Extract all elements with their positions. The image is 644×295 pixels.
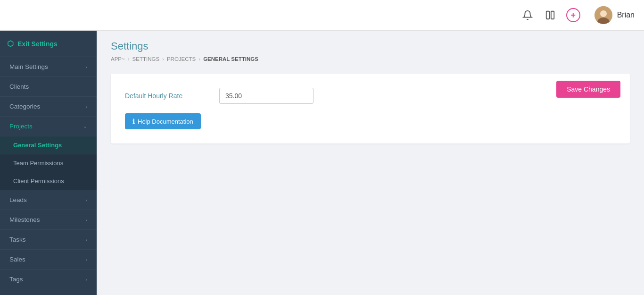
- chevron-right-icon: ›: [85, 64, 87, 70]
- sidebar-item-main-settings[interactable]: Main Settings ›: [0, 57, 97, 77]
- sidebar-item-projects[interactable]: Projects ⌄: [0, 117, 97, 136]
- sidebar-item-milestones[interactable]: Milestones ›: [0, 210, 97, 230]
- chevron-right-icon: ›: [85, 277, 87, 282]
- chevron-right-icon: ›: [85, 197, 87, 203]
- svg-rect-0: [546, 11, 549, 19]
- hourly-rate-row: Default Hourly Rate: [125, 88, 616, 104]
- chevron-down-icon: ⌄: [83, 123, 87, 129]
- sidebar-item-tags[interactable]: Tags ›: [0, 270, 97, 289]
- chevron-right-icon: ›: [85, 104, 87, 110]
- save-changes-button[interactable]: Save Changes: [556, 81, 620, 98]
- breadcrumb-sep-3: ›: [198, 56, 200, 62]
- breadcrumb: APP~ › SETTINGS › PROJECTS › GENERAL SET…: [111, 56, 630, 62]
- hourly-rate-label: Default Hourly Rate: [125, 92, 219, 100]
- exit-settings-label: Exit Settings: [17, 40, 58, 48]
- user-section[interactable]: Brian: [594, 6, 635, 24]
- content-card: Save Changes Default Hourly Rate ℹ Help …: [111, 74, 630, 143]
- sidebar-item-tags-label: Tags: [9, 276, 23, 283]
- sidebar-item-client-permissions-label: Client Permissions: [13, 177, 64, 185]
- sidebar-item-categories-label: Categories: [9, 103, 40, 110]
- breadcrumb-sep-2: ›: [162, 56, 164, 62]
- page-header: Settings APP~ › SETTINGS › PROJECTS › GE…: [97, 31, 644, 67]
- sidebar-item-tasks-label: Tasks: [9, 236, 26, 243]
- svg-rect-1: [551, 11, 553, 19]
- sidebar-item-payment-methods[interactable]: Payment Methods ›: [0, 289, 97, 295]
- sidebar-item-clients-label: Clients: [9, 83, 29, 90]
- sidebar-item-team-permissions[interactable]: Team Permissions: [0, 154, 97, 172]
- help-button-label: Help Documentation: [138, 118, 193, 125]
- sidebar-item-team-permissions-label: Team Permissions: [13, 160, 63, 167]
- info-icon: ℹ: [132, 118, 135, 125]
- chevron-right-icon: ›: [85, 217, 87, 223]
- chevron-right-icon: ›: [85, 237, 87, 243]
- chevron-right-icon: ›: [85, 257, 87, 262]
- sidebar-item-client-permissions[interactable]: Client Permissions: [0, 172, 97, 190]
- header: + Brian: [0, 0, 644, 31]
- sidebar-item-categories[interactable]: Categories ›: [0, 97, 97, 117]
- exit-icon: ⬡: [7, 39, 14, 48]
- breadcrumb-app: APP~: [111, 56, 125, 62]
- sidebar-item-sales-label: Sales: [9, 256, 25, 263]
- layout: ⬡ Exit Settings Main Settings › Clients …: [0, 31, 644, 295]
- projects-sub-items: General Settings Team Permissions Client…: [0, 136, 97, 190]
- breadcrumb-current: GENERAL SETTINGS: [203, 56, 258, 62]
- hourly-rate-input[interactable]: [219, 88, 314, 104]
- sidebar-item-general-settings-label: General Settings: [13, 142, 62, 149]
- sidebar-item-sales[interactable]: Sales ›: [0, 250, 97, 270]
- exit-settings-button[interactable]: ⬡ Exit Settings: [0, 31, 97, 57]
- sidebar-item-general-settings[interactable]: General Settings: [0, 136, 97, 154]
- page-title: Settings: [111, 40, 630, 52]
- header-icons: + Brian: [521, 6, 635, 24]
- sidebar-item-milestones-label: Milestones: [9, 216, 40, 223]
- sidebar-item-main-settings-label: Main Settings: [9, 63, 48, 70]
- sidebar-item-leads[interactable]: Leads ›: [0, 190, 97, 210]
- avatar: [594, 6, 612, 24]
- breadcrumb-sep-1: ›: [128, 56, 130, 62]
- sidebar-toggle-icon[interactable]: [544, 8, 557, 22]
- sidebar-item-projects-label: Projects: [9, 123, 33, 130]
- breadcrumb-settings: SETTINGS: [132, 56, 160, 62]
- svg-point-3: [600, 10, 607, 17]
- sidebar-item-clients[interactable]: Clients: [0, 77, 97, 97]
- main-content: Settings APP~ › SETTINGS › PROJECTS › GE…: [97, 31, 644, 295]
- notification-icon[interactable]: [521, 8, 534, 22]
- sidebar-item-leads-label: Leads: [9, 196, 27, 203]
- add-button[interactable]: +: [566, 8, 580, 22]
- user-name: Brian: [617, 11, 635, 19]
- breadcrumb-projects: PROJECTS: [167, 56, 196, 62]
- help-documentation-button[interactable]: ℹ Help Documentation: [125, 113, 201, 129]
- sidebar-item-tasks[interactable]: Tasks ›: [0, 230, 97, 250]
- sidebar: ⬡ Exit Settings Main Settings › Clients …: [0, 31, 97, 295]
